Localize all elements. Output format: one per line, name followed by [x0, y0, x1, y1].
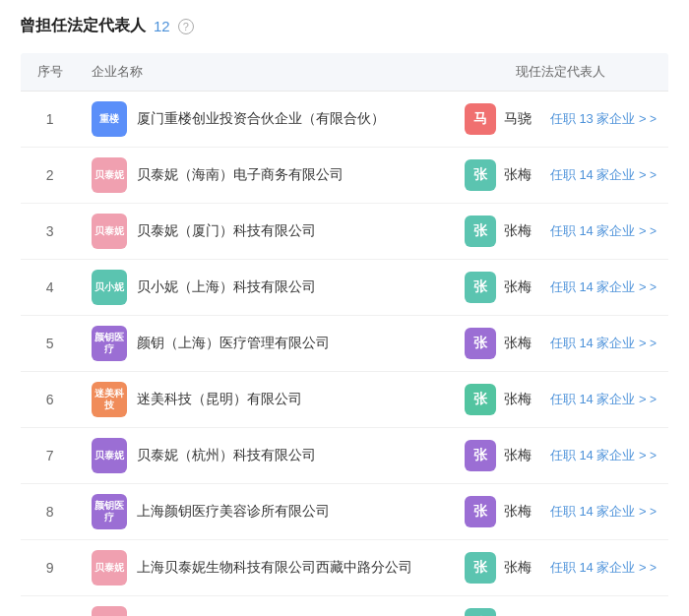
- table-row: 9贝泰妮上海贝泰妮生物科技有限公司西藏中路分公司张张梅任职 14 家企业 >: [21, 540, 669, 596]
- row-rep: 张张梅任职 14 家企业 >: [453, 484, 669, 540]
- row-rep: 张张梅任职 14 家企业 >: [453, 540, 669, 596]
- status-link[interactable]: 任职 14 家企业 >: [550, 391, 657, 408]
- status-link[interactable]: 任职 14 家企业 >: [550, 447, 657, 464]
- company-tag: 贝泰妮: [92, 157, 127, 193]
- row-company: 贝泰妮上海贝泰妮生物科技有限公司分公司: [80, 596, 453, 617]
- page-title: 曾担任法定代表人: [20, 16, 146, 36]
- row-company: 贝泰妮上海贝泰妮生物科技有限公司西藏中路分公司: [80, 540, 453, 596]
- rep-avatar: 张: [465, 608, 496, 616]
- row-rep: 张张梅任职 14 家企业 >: [453, 428, 669, 484]
- rep-name: 马骁: [504, 110, 532, 128]
- status-link[interactable]: 任职 14 家企业 >: [550, 166, 657, 184]
- col-rep: 现任法定代表人: [453, 53, 669, 92]
- row-rep: 张张梅任职 14 家企业 >: [453, 204, 669, 260]
- row-index: 7: [21, 428, 80, 484]
- row-index: 4: [21, 260, 80, 316]
- row-rep: 张张梅任职 14 家企业 >: [453, 148, 669, 204]
- rep-name: 张梅: [504, 447, 532, 464]
- rep-avatar: 张: [465, 159, 496, 191]
- row-company: 贝泰妮贝泰妮（杭州）科技有限公司: [80, 428, 453, 484]
- rep-name: 张梅: [504, 222, 532, 240]
- row-index: 1: [21, 92, 80, 148]
- company-tag: 贝泰妮: [92, 214, 127, 249]
- status-link[interactable]: 任职 14 家企业 >: [550, 222, 657, 240]
- row-index: 10: [21, 596, 80, 617]
- row-company: 颜钥医疗颜钥（上海）医疗管理有限公司: [80, 316, 453, 372]
- row-index: 2: [21, 148, 80, 204]
- company-name: 贝泰妮（厦门）科技有限公司: [137, 222, 316, 240]
- rep-name: 张梅: [504, 559, 532, 577]
- status-link[interactable]: 任职 14 家企业 >: [550, 503, 657, 521]
- row-company: 贝泰妮贝泰妮（厦门）科技有限公司: [80, 204, 453, 260]
- row-rep: 张张梅任职 14 家企业 >: [453, 260, 669, 316]
- row-rep: 张张梅任职 14 家企业 >: [453, 596, 669, 617]
- rep-name: 张梅: [504, 166, 532, 184]
- rep-avatar: 张: [465, 384, 496, 415]
- company-tag: 颜钥医疗: [92, 326, 127, 361]
- company-name: 上海颜钥医疗美容诊所有限公司: [137, 503, 330, 521]
- row-index: 6: [21, 372, 80, 428]
- company-tag: 迷美科技: [92, 382, 127, 417]
- company-tag: 重楼: [92, 101, 127, 137]
- status-link[interactable]: 任职 14 家企业 >: [550, 278, 657, 296]
- rep-avatar: 张: [465, 216, 496, 247]
- row-company: 贝泰妮贝泰妮（海南）电子商务有限公司: [80, 148, 453, 204]
- company-name: 上海贝泰妮生物科技有限公司西藏中路分公司: [137, 559, 412, 577]
- company-name: 贝小妮（上海）科技有限公司: [137, 278, 316, 296]
- status-link[interactable]: 任职 14 家企业 >: [550, 335, 657, 352]
- row-company: 重楼厦门重楼创业投资合伙企业（有限合伙）: [80, 92, 453, 148]
- company-name: 贝泰妮（杭州）科技有限公司: [137, 447, 316, 464]
- table-row: 7贝泰妮贝泰妮（杭州）科技有限公司张张梅任职 14 家企业 >: [21, 428, 669, 484]
- rep-avatar: 张: [465, 328, 496, 359]
- table-row: 1重楼厦门重楼创业投资合伙企业（有限合伙）马马骁任职 13 家企业 >: [21, 92, 669, 148]
- status-link[interactable]: 任职 14 家企业 >: [550, 559, 657, 577]
- company-name: 贝泰妮（海南）电子商务有限公司: [137, 166, 344, 184]
- company-tag: 贝泰妮: [92, 550, 127, 585]
- rep-avatar: 张: [465, 552, 496, 584]
- company-name: 颜钥（上海）医疗管理有限公司: [137, 335, 330, 352]
- table-row: 10贝泰妮上海贝泰妮生物科技有限公司分公司张张梅任职 14 家企业 >: [21, 596, 669, 617]
- row-company: 贝小妮贝小妮（上海）科技有限公司: [80, 260, 453, 316]
- col-index: 序号: [21, 53, 80, 92]
- page-header: 曾担任法定代表人 12 ?: [20, 16, 669, 36]
- help-icon[interactable]: ?: [178, 19, 194, 34]
- status-link[interactable]: 任职 13 家企业 >: [550, 110, 657, 128]
- table-row: 3贝泰妮贝泰妮（厦门）科技有限公司张张梅任职 14 家企业 >: [21, 204, 669, 260]
- rep-avatar: 马: [465, 103, 496, 135]
- company-name: 厦门重楼创业投资合伙企业（有限合伙）: [137, 110, 385, 128]
- row-index: 8: [21, 484, 80, 540]
- table-row: 4贝小妮贝小妮（上海）科技有限公司张张梅任职 14 家企业 >: [21, 260, 669, 316]
- table-row: 5颜钥医疗颜钥（上海）医疗管理有限公司张张梅任职 14 家企业 >: [21, 316, 669, 372]
- rep-name: 张梅: [504, 503, 532, 521]
- company-tag: 贝泰妮: [92, 606, 127, 616]
- row-index: 3: [21, 204, 80, 260]
- row-index: 5: [21, 316, 80, 372]
- rep-name: 张梅: [504, 278, 532, 296]
- col-company: 企业名称: [80, 53, 453, 92]
- row-index: 9: [21, 540, 80, 596]
- row-rep: 张张梅任职 14 家企业 >: [453, 372, 669, 428]
- company-name: 迷美科技（昆明）有限公司: [137, 391, 302, 408]
- table-row: 2贝泰妮贝泰妮（海南）电子商务有限公司张张梅任职 14 家企业 >: [21, 148, 669, 204]
- rep-avatar: 张: [465, 440, 496, 471]
- company-tag: 贝泰妮: [92, 438, 127, 473]
- rep-name: 张梅: [504, 335, 532, 352]
- company-tag: 贝小妮: [92, 270, 127, 305]
- rep-name: 张梅: [504, 391, 532, 408]
- count-badge: 12: [154, 18, 170, 34]
- row-rep: 马马骁任职 13 家企业 >: [453, 92, 669, 148]
- rep-avatar: 张: [465, 496, 496, 527]
- rep-avatar: 张: [465, 272, 496, 303]
- row-company: 迷美科技迷美科技（昆明）有限公司: [80, 372, 453, 428]
- company-tag: 颜钥医疗: [92, 494, 127, 529]
- table-row: 6迷美科技迷美科技（昆明）有限公司张张梅任职 14 家企业 >: [21, 372, 669, 428]
- row-rep: 张张梅任职 14 家企业 >: [453, 316, 669, 372]
- table-row: 8颜钥医疗上海颜钥医疗美容诊所有限公司张张梅任职 14 家企业 >: [21, 484, 669, 540]
- table-header-row: 序号 企业名称 现任法定代表人: [21, 53, 669, 92]
- companies-table: 序号 企业名称 现任法定代表人 1重楼厦门重楼创业投资合伙企业（有限合伙）马马骁…: [20, 52, 669, 616]
- row-company: 颜钥医疗上海颜钥医疗美容诊所有限公司: [80, 484, 453, 540]
